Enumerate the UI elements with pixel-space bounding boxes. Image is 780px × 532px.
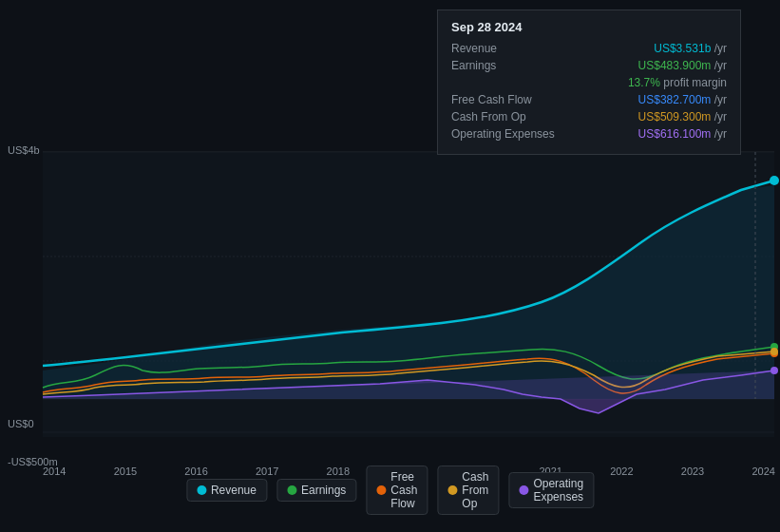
tooltip-revenue-value: US$3.531b /yr: [654, 42, 727, 55]
legend-cashfromop-dot: [447, 485, 457, 495]
tooltip-box: Sep 28 2024 Revenue US$3.531b /yr Earnin…: [437, 10, 741, 155]
x-label-2022: 2022: [610, 466, 633, 477]
legend-earnings-label: Earnings: [301, 484, 346, 497]
tooltip-opex-value: US$616.100m /yr: [638, 127, 727, 141]
legend-revenue-label: Revenue: [211, 484, 257, 497]
tooltip-fcf-row: Free Cash Flow US$382.700m /yr: [451, 93, 727, 106]
tooltip-profit-margin-value: 13.7% profit margin: [628, 76, 727, 89]
legend-opex[interactable]: Operating Expenses: [508, 472, 594, 508]
tooltip-cashfromop-label: Cash From Op: [451, 110, 526, 124]
tooltip-cashfromop-row: Cash From Op US$509.300m /yr: [451, 110, 727, 124]
tooltip-opex-row: Operating Expenses US$616.100m /yr: [451, 127, 727, 141]
tooltip-earnings-value: US$483.900m /yr: [638, 59, 727, 72]
legend-cashfromop-label: Cash From Op: [462, 470, 488, 510]
legend-revenue-dot: [197, 485, 206, 495]
chart-container: Sep 28 2024 Revenue US$3.531b /yr Earnin…: [0, 0, 780, 532]
x-label-2024: 2024: [751, 466, 774, 477]
tooltip-revenue-row: Revenue US$3.531b /yr: [451, 42, 727, 55]
legend-cashfromop[interactable]: Cash From Op: [437, 466, 499, 515]
tooltip-date: Sep 28 2024: [451, 20, 727, 34]
svg-point-10: [770, 367, 778, 374]
legend-fcf-dot: [376, 485, 386, 495]
legend-earnings-dot: [287, 485, 296, 495]
legend-fcf-label: Free Cash Flow: [390, 470, 417, 510]
tooltip-earnings-label: Earnings: [451, 59, 496, 72]
svg-point-9: [770, 348, 778, 355]
tooltip-cashfromop-value: US$509.300m /yr: [638, 110, 727, 124]
x-label-2014: 2014: [43, 466, 66, 477]
x-label-2015: 2015: [114, 466, 137, 477]
tooltip-opex-label: Operating Expenses: [451, 127, 555, 141]
legend-earnings[interactable]: Earnings: [276, 479, 356, 502]
svg-point-6: [770, 176, 779, 185]
tooltip-revenue-label: Revenue: [451, 42, 497, 55]
legend-opex-dot: [519, 485, 528, 495]
legend-opex-label: Operating Expenses: [533, 477, 583, 504]
tooltip-profit-margin-row: 13.7% profit margin: [451, 76, 727, 89]
tooltip-fcf-value: US$382.700m /yr: [638, 93, 727, 106]
x-label-2023: 2023: [681, 466, 704, 477]
tooltip-earnings-row: Earnings US$483.900m /yr: [451, 59, 727, 72]
tooltip-fcf-label: Free Cash Flow: [451, 93, 532, 106]
legend-fcf[interactable]: Free Cash Flow: [366, 466, 428, 515]
legend-revenue[interactable]: Revenue: [186, 479, 267, 502]
legend: Revenue Earnings Free Cash Flow Cash Fro…: [186, 466, 594, 515]
